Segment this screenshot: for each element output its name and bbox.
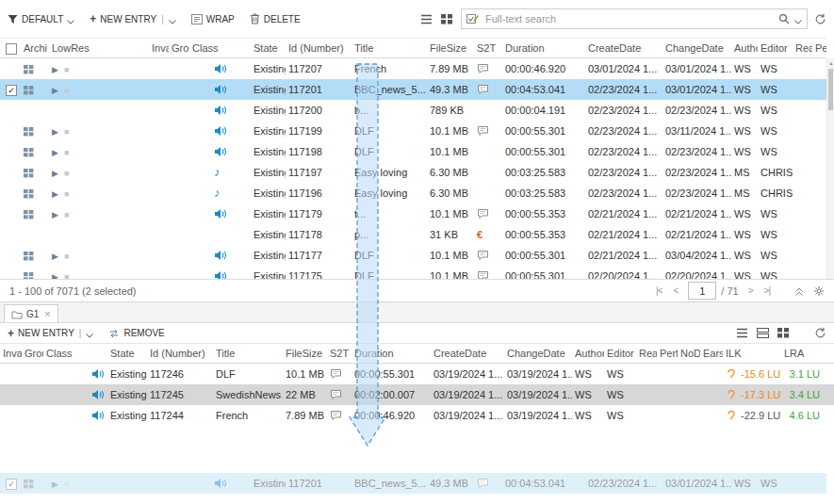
play-icon[interactable]: ▶ <box>52 272 58 279</box>
column-header[interactable] <box>92 39 149 57</box>
column-header[interactable] <box>0 39 21 57</box>
grid-view-icon[interactable] <box>441 14 452 24</box>
column-header[interactable]: Author <box>731 39 758 57</box>
grid-view-icon[interactable] <box>777 328 789 338</box>
column-header[interactable]: Inval <box>149 39 169 57</box>
refresh-icon[interactable] <box>814 13 826 25</box>
column-header[interactable]: Class <box>189 39 251 57</box>
column-header[interactable]: Read <box>636 344 657 363</box>
scroll-up-icon[interactable]: ▲ <box>827 58 834 68</box>
vertical-scrollbar[interactable]: ▲ <box>826 58 834 279</box>
table-row[interactable]: Existing117246DLF10.1 MB00:00:55.30103/1… <box>0 364 834 384</box>
column-header[interactable]: LRA <box>781 344 823 363</box>
column-header[interactable]: FileSize <box>427 39 474 57</box>
column-header[interactable]: Grou <box>169 39 189 57</box>
gear-icon[interactable] <box>813 285 825 297</box>
column-header[interactable]: Class <box>43 344 107 363</box>
table-row[interactable]: ▶■Existing117177DLF10.1 MB00:00:55.30102… <box>0 245 826 266</box>
rows-view-icon[interactable] <box>757 328 769 338</box>
chevron-down-icon[interactable] <box>169 14 176 24</box>
column-header[interactable]: LowRes <box>49 39 92 57</box>
close-icon[interactable]: × <box>44 308 50 319</box>
table-row[interactable]: ▶■Existing117199DLF10.1 MB00:00:55.30102… <box>0 121 826 141</box>
chevron-down-icon[interactable] <box>86 328 93 338</box>
speech-bubble-icon <box>477 478 489 489</box>
delete-button[interactable]: DELETE <box>250 13 301 24</box>
column-header[interactable]: NoDi <box>678 344 700 363</box>
page-input[interactable] <box>688 282 716 300</box>
speech-bubble-icon <box>477 208 489 219</box>
column-header[interactable]: Duration <box>502 39 585 57</box>
filter-default-button[interactable]: DEFAULT <box>8 14 74 24</box>
table-row[interactable]: ▶■Existing117207French7.89 MB00:00:46.92… <box>0 58 826 79</box>
first-page-button[interactable]: |< <box>650 285 667 296</box>
column-header[interactable]: Id (Number) <box>147 344 213 363</box>
column-header[interactable]: Inval <box>0 344 22 363</box>
cell-grou <box>169 100 189 121</box>
list-view-icon[interactable] <box>736 328 748 338</box>
wrap-button[interactable]: WRAP <box>191 14 235 24</box>
column-header[interactable]: Archi <box>21 39 49 57</box>
column-header[interactable]: Read <box>793 39 812 57</box>
play-icon[interactable]: ▶ <box>52 65 58 74</box>
select-all-checkbox[interactable] <box>6 43 17 55</box>
column-header[interactable]: Id (Number) <box>286 39 352 57</box>
collapse-icon[interactable] <box>794 285 804 297</box>
column-header[interactable]: State <box>251 39 286 57</box>
column-header[interactable]: ChangeDate <box>504 344 572 363</box>
column-header[interactable]: Editor <box>604 344 636 363</box>
play-icon[interactable]: ▶ <box>52 127 58 137</box>
table-row[interactable]: ▶■Existing117198DLF10.1 MB00:00:55.30102… <box>0 141 826 162</box>
column-header[interactable]: Editor <box>758 39 793 57</box>
column-header[interactable]: Grou <box>22 344 43 363</box>
next-page-button[interactable]: > <box>743 285 759 296</box>
column-header[interactable]: Title <box>213 344 283 363</box>
column-header[interactable]: Perfe <box>657 344 678 363</box>
column-header[interactable]: CreateDate <box>585 39 662 57</box>
search-chevron-down-icon[interactable] <box>794 13 802 24</box>
column-header[interactable]: S2T <box>327 344 352 363</box>
column-header[interactable]: CreateDate <box>431 344 504 363</box>
search-icon[interactable] <box>778 13 790 24</box>
table-row[interactable]: Existing117244French7.89 MB00:00:46.9200… <box>0 405 834 426</box>
column-header[interactable]: Author <box>572 344 604 363</box>
column-header[interactable]: Duration <box>352 344 431 363</box>
column-header[interactable]: FileSize <box>283 344 327 363</box>
edit-filter-icon[interactable] <box>466 13 479 24</box>
remove-button[interactable]: REMOVE <box>108 328 164 338</box>
play-icon[interactable]: ▶ <box>52 210 58 219</box>
play-icon[interactable]: ▶ <box>52 252 58 261</box>
table-row[interactable]: Existing117245SwedishNews22 MB00:02:00.0… <box>0 384 834 405</box>
play-icon[interactable]: ▶ <box>52 169 58 178</box>
table-row[interactable]: Existing117200b...789 KB00:00:04.19102/2… <box>0 100 826 121</box>
column-header[interactable]: ILK <box>723 344 781 363</box>
column-header[interactable]: State <box>107 344 147 363</box>
new-entry-button[interactable]: + NEW ENTRY | <box>90 12 175 25</box>
column-header[interactable]: Perfe <box>812 39 826 57</box>
table-row[interactable]: ▶■♪Existing117196Easy loving6.30 MB00:03… <box>0 183 826 203</box>
prev-page-button[interactable]: < <box>668 285 684 296</box>
column-header[interactable]: ChangeDate <box>662 39 731 57</box>
scrollbar-thumb[interactable] <box>828 69 833 110</box>
play-icon[interactable]: ▶ <box>52 148 58 157</box>
column-header[interactable]: S2T <box>474 39 502 57</box>
cell-editor: WS <box>758 203 793 224</box>
refresh-icon[interactable] <box>814 327 826 339</box>
play-icon[interactable]: ▶ <box>52 189 58 199</box>
row-checkbox[interactable]: ✓ <box>6 85 17 96</box>
table-row[interactable]: ✓▶■Existing117201BBC_news_5...49.3 MB00:… <box>0 79 826 100</box>
last-page-button[interactable]: >| <box>759 285 776 296</box>
column-header[interactable]: Title <box>352 39 427 57</box>
column-header[interactable]: Ears <box>700 344 723 363</box>
new-entry-button-bottom[interactable]: + NEW ENTRY | <box>8 327 93 340</box>
row-checkbox[interactable]: ✓ <box>6 479 17 490</box>
play-icon[interactable]: ▶ <box>52 480 58 489</box>
table-row[interactable]: ▶■Existing117179t...10.1 MB00:00:55.3530… <box>0 203 826 224</box>
table-row[interactable]: Existing117178p...31 KB€00:00:55.35302/2… <box>0 224 826 245</box>
play-icon[interactable]: ▶ <box>52 86 58 95</box>
table-row[interactable]: ▶■Existing117175DLF10.1 MB00:00:55.30102… <box>0 266 826 279</box>
tab-g1[interactable]: G1 × <box>4 304 58 322</box>
table-row[interactable]: ▶■♪Existing117197Easy loving6.30 MB00:03… <box>0 162 826 183</box>
search-input[interactable] <box>483 12 774 25</box>
list-view-icon[interactable] <box>420 14 433 24</box>
